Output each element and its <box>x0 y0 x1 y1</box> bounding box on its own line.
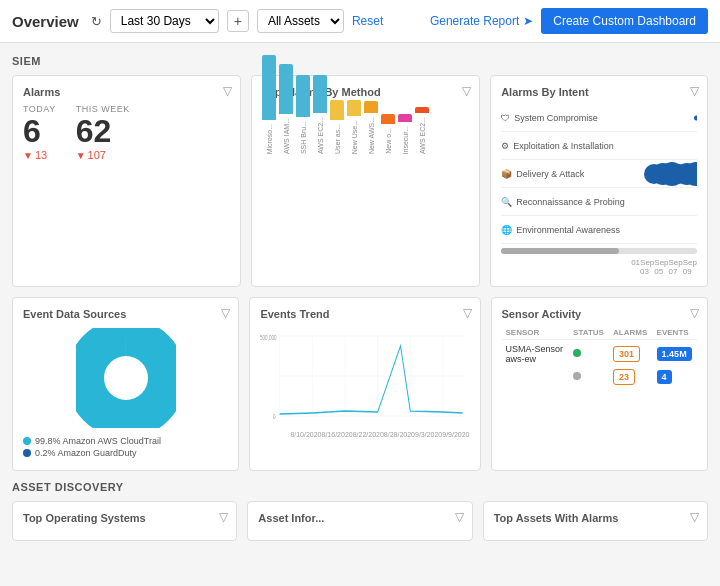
bar <box>313 75 327 113</box>
bar <box>330 100 344 120</box>
page-title: Overview <box>12 13 79 30</box>
row-icon: ⚙ <box>501 141 509 151</box>
asset-card-title: Asset Infor... <box>258 512 461 524</box>
pie-legend-item: 0.2% Amazon GuardDuty <box>23 448 228 458</box>
bar-group: New o... <box>381 114 395 154</box>
bubble-row: 🛡System Compromise <box>501 104 697 132</box>
asset-filter-icon[interactable]: ▽ <box>690 510 699 524</box>
legend-dot <box>23 437 31 445</box>
events-col-header: EVENTS <box>653 326 697 340</box>
asset-card-title: Top Assets With Alarms <box>494 512 697 524</box>
sensor-events: 4 <box>653 368 697 386</box>
bubble-row-label: 🔍Reconnaissance & Probing <box>501 197 631 207</box>
alarms-card: Alarms ▽ TODAY 6 ▼ 13 THIS WEEK 62 ▼ 10 <box>12 75 241 287</box>
bubble-row-label: 🛡System Compromise <box>501 113 631 123</box>
events-badge[interactable]: 4 <box>657 370 672 384</box>
siem-section-title: SIEM <box>12 55 708 67</box>
asset-filter-select[interactable]: All Assets <box>257 9 344 33</box>
trend-svg: 500,000 0 <box>260 326 469 426</box>
main-content: SIEM Alarms ▽ TODAY 6 ▼ 13 THIS WEEK 62 <box>0 43 720 585</box>
sensor-table-row: 234 <box>502 368 698 386</box>
pie-svg <box>76 328 176 428</box>
alarms-intent-title: Alarms By Intent <box>501 86 697 98</box>
row-icon: 📦 <box>501 169 512 179</box>
events-badge[interactable]: 1.45M <box>657 347 692 361</box>
sensor-events: 1.45M <box>653 340 697 369</box>
bar <box>347 100 361 116</box>
asset-cards-row: Top Operating Systems ▽ Asset Infor... ▽… <box>12 501 708 541</box>
legend-dot <box>23 449 31 457</box>
generate-report-button[interactable]: Generate Report ➤ <box>430 14 533 28</box>
top-bar: Overview ↻ Last 30 Days Last 7 Days Last… <box>0 0 720 43</box>
bubble-row-label: ⚙Exploitation & Installation <box>501 141 631 151</box>
bar-group: New AWS... <box>364 101 378 154</box>
asset-filter-icon[interactable]: ▽ <box>219 510 228 524</box>
week-stat: THIS WEEK 62 ▼ 107 <box>76 104 130 161</box>
top-alarms-filter-icon[interactable]: ▽ <box>462 84 471 98</box>
siem-row-1: Alarms ▽ TODAY 6 ▼ 13 THIS WEEK 62 ▼ 10 <box>12 75 708 287</box>
alarms-col-header: ALARMS <box>609 326 653 340</box>
today-stat: TODAY 6 ▼ 13 <box>23 104 56 161</box>
sensor-status <box>569 368 609 386</box>
pie-chart <box>23 328 228 428</box>
bubble-area <box>631 104 697 132</box>
asset-filter-icon[interactable]: ▽ <box>455 510 464 524</box>
bar-group: AWS EC2... <box>313 75 327 154</box>
events-trend-filter-icon[interactable]: ▽ <box>463 306 472 320</box>
date-filter-select[interactable]: Last 30 Days Last 7 Days Last 24 Hours <box>110 9 219 33</box>
alarms-stats: TODAY 6 ▼ 13 THIS WEEK 62 ▼ 107 <box>23 104 230 161</box>
bar-label: New Use... <box>351 120 358 154</box>
pie-legend-item: 99.8% Amazon AWS CloudTrail <box>23 436 228 446</box>
status-dot <box>573 372 581 380</box>
chart-scrollbar[interactable] <box>501 248 697 254</box>
bubble-area <box>631 132 697 160</box>
bar-label: AWS EC2... <box>419 117 426 154</box>
event-sources-card: Event Data Sources ▽ 99.8% Amazon AWS Cl… <box>12 297 239 471</box>
bubble-area <box>631 188 697 216</box>
row-icon: 🔍 <box>501 197 512 207</box>
asset-card: Top Assets With Alarms ▽ <box>483 501 708 541</box>
bar-group: AWS EC2... <box>415 107 429 154</box>
sensor-col-header: SENSOR <box>502 326 570 340</box>
bubble <box>694 115 697 120</box>
bar <box>262 55 276 120</box>
bar-label: Insecur... <box>402 126 409 154</box>
bar-group: AWS IAM... <box>279 64 293 154</box>
bar-group: Microso... <box>262 55 276 154</box>
sensor-table-header: SENSOR STATUS ALARMS EVENTS <box>502 326 698 340</box>
bubble-row: 🌐Environmental Awareness <box>501 216 697 244</box>
bar-group: SSH Bru... <box>296 75 310 154</box>
scrollbar-thumb <box>501 248 619 254</box>
bar-group: User as... <box>330 100 344 154</box>
bar-label: New AWS... <box>368 117 375 154</box>
top-alarms-title: Top Alarms By Method <box>262 86 469 98</box>
bar-label: User as... <box>334 124 341 154</box>
alarms-filter-icon[interactable]: ▽ <box>223 84 232 98</box>
alarms-intent-filter-icon[interactable]: ▽ <box>690 84 699 98</box>
sensor-table-row: USMA-Sensoraws-ew3011.45M <box>502 340 698 369</box>
bar-label: Microso... <box>266 124 273 154</box>
bubble-area <box>631 160 697 188</box>
event-sources-filter-icon[interactable]: ▽ <box>221 306 230 320</box>
bar-label: AWS EC2... <box>317 117 324 154</box>
sensor-name <box>502 368 570 386</box>
svg-text:500,000: 500,000 <box>260 334 277 341</box>
sensor-filter-icon[interactable]: ▽ <box>690 306 699 320</box>
add-filter-button[interactable]: + <box>227 10 249 32</box>
sensor-title: Sensor Activity <box>502 308 698 320</box>
refresh-icon[interactable]: ↻ <box>91 14 102 29</box>
asset-card: Asset Infor... ▽ <box>247 501 472 541</box>
alarms-badge[interactable]: 23 <box>613 369 635 385</box>
status-col-header: STATUS <box>569 326 609 340</box>
bar-label: SSH Bru... <box>300 121 307 154</box>
alarms-badge[interactable]: 301 <box>613 346 640 362</box>
row-icon: 🌐 <box>501 225 512 235</box>
create-custom-dashboard-button[interactable]: Create Custom Dashboard <box>541 8 708 34</box>
bar <box>364 101 378 113</box>
sensor-alarms: 301 <box>609 340 653 369</box>
asset-discovery-title: ASSET DISCOVERY <box>12 481 708 493</box>
row-icon: 🛡 <box>501 113 510 123</box>
bar-label: New o... <box>385 128 392 154</box>
reset-link[interactable]: Reset <box>352 14 383 28</box>
sensor-table: SENSOR STATUS ALARMS EVENTS USMA-Sensora… <box>502 326 698 386</box>
